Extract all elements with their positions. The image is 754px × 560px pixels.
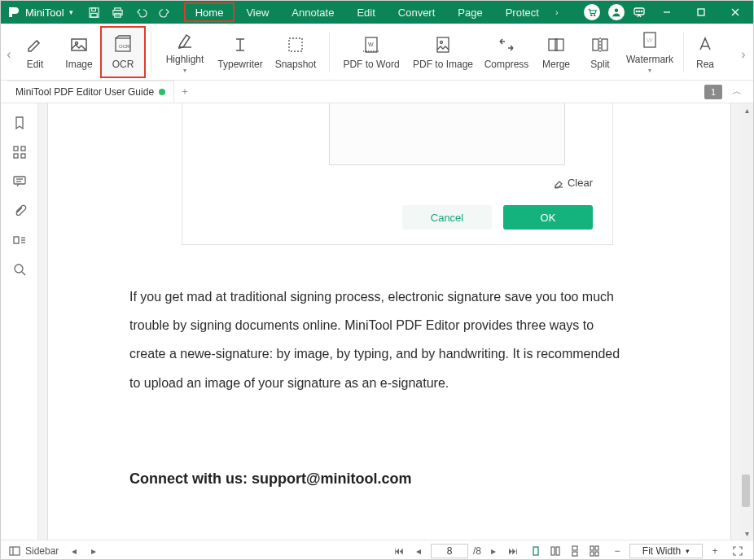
menu-protect[interactable]: Protect	[494, 2, 550, 22]
zoom-in-icon[interactable]: +	[708, 544, 722, 558]
search-icon[interactable]	[11, 261, 28, 278]
quick-access-toolbar	[80, 7, 179, 19]
svg-rect-37	[14, 154, 18, 158]
attachments-icon[interactable]	[11, 203, 28, 219]
pdf-to-word-icon: W	[361, 34, 382, 55]
zoom-select[interactable]: Fit Width ▾	[629, 544, 703, 558]
comments-icon[interactable]	[11, 173, 28, 190]
ribbon-compress[interactable]: Compress	[480, 28, 533, 77]
ribbon-scroll-right[interactable]: ›	[737, 44, 750, 65]
ribbon-read[interactable]: Rea	[690, 28, 720, 77]
clear-button[interactable]: Clear	[568, 177, 593, 189]
menu-edit[interactable]: Edit	[345, 2, 386, 22]
view-mode-group	[528, 544, 602, 558]
feedback-icon[interactable]	[633, 6, 646, 19]
pdf-page: Clear Cancel OK If you get mad at tradit…	[47, 103, 731, 540]
ribbon-highlight[interactable]: Highlight ▾	[158, 28, 212, 77]
view-continuous-icon[interactable]	[568, 544, 582, 558]
scroll-down-icon[interactable]: ▾	[740, 527, 753, 540]
svg-rect-56	[590, 546, 594, 550]
sidebar-toggle[interactable]: Sidebar	[9, 545, 59, 557]
user-icon[interactable]	[608, 4, 625, 20]
ribbon-watermark[interactable]: W Watermark ▾	[623, 28, 677, 77]
menu-page[interactable]: Page	[446, 2, 493, 22]
title-bar: MiniTool ▾ Home View Annotate Edit Conve…	[1, 1, 753, 24]
svg-rect-59	[595, 552, 598, 556]
ribbon-merge[interactable]: Merge	[535, 28, 577, 77]
print-icon[interactable]	[112, 7, 124, 19]
main-area: Clear Cancel OK If you get mad at tradit…	[1, 103, 753, 540]
zoom-controls: − Fit Width ▾ +	[610, 544, 722, 558]
ribbon-ocr[interactable]: OCR OCR	[102, 28, 144, 77]
cart-icon[interactable]	[584, 4, 600, 20]
zoom-out-icon[interactable]: −	[610, 544, 625, 558]
menu-overflow-icon[interactable]: ›	[550, 7, 563, 17]
ribbon-scroll-left[interactable]: ‹	[2, 44, 15, 65]
ribbon-typewriter[interactable]: Typewriter	[213, 28, 267, 77]
erase-icon[interactable]	[553, 177, 564, 189]
brand-dropdown-icon[interactable]: ▾	[69, 8, 73, 16]
scrollbar-track[interactable]	[740, 116, 753, 527]
bookmarks-icon[interactable]	[11, 115, 28, 131]
svg-text:OCR: OCR	[119, 44, 130, 49]
ribbon-label: Compress	[484, 59, 529, 70]
first-page-icon[interactable]: ⏮	[392, 544, 406, 558]
ribbon-edit[interactable]: Edit	[14, 28, 56, 77]
ribbon-image[interactable]: Image	[58, 28, 100, 77]
maximize-button[interactable]	[688, 1, 714, 24]
menu-view[interactable]: View	[235, 2, 280, 22]
last-page-icon[interactable]: ⏭	[506, 544, 520, 558]
typewriter-icon	[230, 34, 251, 55]
thumbnails-icon[interactable]	[11, 144, 28, 160]
undo-icon[interactable]	[135, 7, 147, 19]
ribbon-label: Image	[65, 59, 92, 70]
document-viewport[interactable]: Clear Cancel OK If you get mad at tradit…	[38, 103, 753, 540]
ribbon-separator	[329, 32, 330, 72]
ribbon-pdf-to-image[interactable]: PDF to Image	[408, 28, 478, 77]
signature-preview-box	[329, 103, 565, 165]
svg-rect-51	[533, 547, 538, 555]
svg-point-11	[638, 11, 639, 11]
view-single-page-icon[interactable]	[528, 544, 543, 558]
fullscreen-icon[interactable]	[730, 544, 745, 558]
sidebar-icon	[9, 545, 20, 557]
fields-icon[interactable]	[11, 232, 28, 248]
minimize-button[interactable]	[654, 1, 680, 24]
cancel-button[interactable]: Cancel	[402, 205, 492, 230]
vertical-scrollbar[interactable]: ▴ ▾	[740, 103, 753, 540]
nav-next-section-icon[interactable]: ▸	[86, 544, 101, 558]
page-number-input[interactable]	[431, 544, 468, 558]
new-tab-button[interactable]: ＋	[174, 85, 195, 98]
total-pages-label: /8	[473, 545, 481, 557]
collapse-ribbon-icon[interactable]: ︿	[727, 85, 747, 98]
view-continuous-two-icon[interactable]	[587, 544, 602, 558]
ribbon-toolbar: ‹ Edit Image OCR OCR Highlight ▾ Typewri…	[1, 24, 753, 81]
svg-line-47	[22, 272, 25, 275]
clear-row: Clear	[182, 173, 612, 197]
scroll-up-icon[interactable]: ▴	[740, 103, 753, 116]
highlight-icon	[174, 29, 195, 50]
ribbon-label: PDF to Image	[413, 59, 473, 70]
image-icon	[68, 34, 90, 55]
ocr-icon: OCR	[112, 34, 134, 55]
view-two-page-icon[interactable]	[548, 544, 563, 558]
ok-button[interactable]: OK	[503, 205, 593, 230]
save-icon[interactable]	[88, 7, 100, 19]
menu-convert[interactable]: Convert	[387, 2, 447, 22]
ribbon-pdf-to-word[interactable]: W PDF to Word	[336, 28, 406, 77]
document-tab[interactable]: MiniTool PDF Editor User Guide	[7, 81, 174, 103]
scrollbar-thumb[interactable]	[742, 475, 750, 507]
svg-rect-49	[10, 547, 20, 555]
svg-point-7	[594, 15, 595, 16]
redo-icon[interactable]	[159, 7, 171, 19]
menu-annotate[interactable]: Annotate	[280, 2, 345, 22]
menu-home[interactable]: Home	[184, 2, 235, 22]
nav-prev-section-icon[interactable]: ◂	[67, 544, 81, 558]
brand: MiniTool ▾	[1, 6, 80, 19]
next-page-icon[interactable]: ▸	[486, 544, 501, 558]
close-button[interactable]	[722, 1, 748, 24]
ribbon-split[interactable]: Split	[579, 28, 621, 77]
ribbon-snapshot[interactable]: Snapshot	[269, 28, 322, 77]
svg-rect-35	[14, 147, 18, 151]
prev-page-icon[interactable]: ◂	[411, 544, 426, 558]
